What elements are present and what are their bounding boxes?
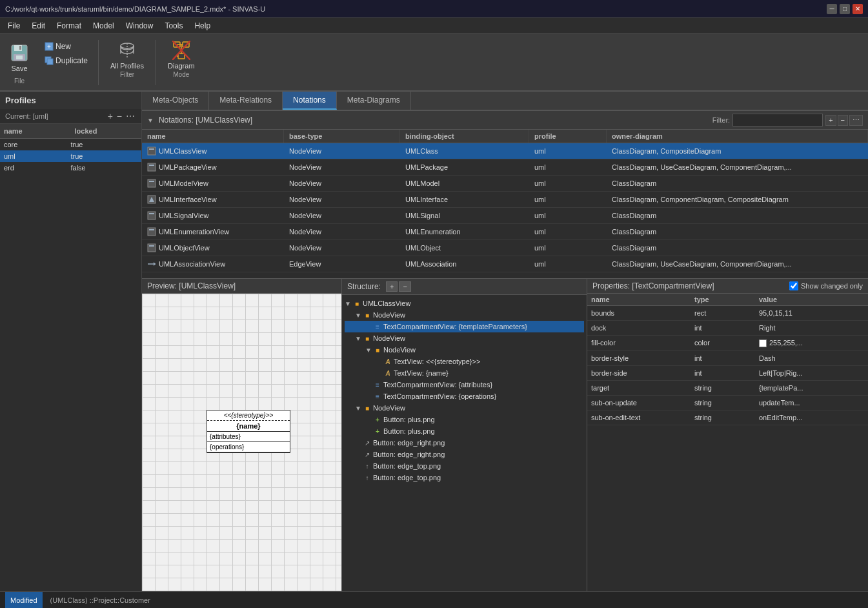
all-profiles-icon xyxy=(117,40,137,61)
all-profiles-label: All Profiles xyxy=(110,62,144,70)
diagram-mode-button[interactable]: Diagram Mode xyxy=(164,37,199,81)
menu-window[interactable]: Window xyxy=(121,20,159,32)
structure-add-button[interactable]: + xyxy=(386,281,398,292)
tab-meta-relations[interactable]: Meta-Relations xyxy=(209,92,283,110)
notation-profile-1: uml xyxy=(529,162,607,172)
menu-tools[interactable]: Tools xyxy=(159,20,188,32)
tree-item-button-plus-1[interactable]: + Button: plus.png xyxy=(345,414,584,425)
tree-item-umlclassview[interactable]: ▼ ■ UMLClassView xyxy=(345,298,584,309)
filter-add-button[interactable]: + xyxy=(825,115,836,126)
structure-remove-button[interactable]: − xyxy=(399,281,410,292)
structure-label: Structure: xyxy=(347,282,381,291)
edge-icon-top-1: ↑ xyxy=(363,461,372,471)
tab-notations[interactable]: Notations xyxy=(283,92,337,110)
sidebar-add-button[interactable]: + xyxy=(106,111,114,121)
sidebar-row-uml[interactable]: uml true xyxy=(0,150,141,162)
tree-item-button-edge-right-2[interactable]: ↗ Button: edge_right.png xyxy=(345,449,584,460)
uml-attributes: {attributes} xyxy=(207,432,290,442)
menu-help[interactable]: Help xyxy=(189,20,216,32)
notation-row-umlpackageview[interactable]: UMLPackageView NodeView UMLPackage uml C… xyxy=(142,159,868,176)
sidebar-row-core[interactable]: core true xyxy=(0,139,141,150)
notation-row-umlclassview[interactable]: UMLClassView NodeView UMLClass uml Class… xyxy=(142,143,868,159)
menu-edit[interactable]: Edit xyxy=(26,20,50,32)
prop-value-target: {templatePa... xyxy=(755,383,868,393)
tree-item-textview-name[interactable]: A TextView: {name} xyxy=(345,367,584,379)
notation-base-2: NodeView xyxy=(284,178,400,188)
tree-item-button-edge-top-2[interactable]: ↑ Button: edge_top.png xyxy=(345,472,584,483)
tree-item-textview-stereotype[interactable]: A TextView: <<{stereotype}>> xyxy=(345,356,584,367)
sidebar-config-button[interactable]: ⋯ xyxy=(125,111,136,121)
statusbar: Modified (UMLClass) ::Project::Customer xyxy=(0,591,868,608)
maximize-button[interactable]: □ xyxy=(840,4,850,14)
prop-row-target[interactable]: target string {templatePa... xyxy=(587,381,868,396)
prop-name-sub-on-update: sub-on-update xyxy=(587,398,691,408)
preview-canvas: <<{stereotype}>> {name} {attributes} {op… xyxy=(142,294,341,591)
notation-row-umlassociationview[interactable]: UMLAssociationView EdgeView UMLAssociati… xyxy=(142,256,868,272)
prop-row-dock[interactable]: dock int Right xyxy=(587,321,868,336)
notations-title: Notations: [UMLClassView] xyxy=(159,116,252,125)
sidebar-remove-button[interactable]: − xyxy=(116,111,123,121)
tree-item-nodeview-4[interactable]: ▼ ■ NodeView xyxy=(345,402,584,414)
notation-row-umlsignalview[interactable]: UMLSignalView NodeView UMLSignal uml Cla… xyxy=(142,208,868,224)
tree-item-textcompartment-attributes[interactable]: ≡ TextCompartmentView: {attributes} xyxy=(345,379,584,390)
notation-profile-3: uml xyxy=(529,194,607,205)
tab-meta-diagrams[interactable]: Meta-Diagrams xyxy=(337,92,411,110)
separator-1 xyxy=(98,40,99,85)
notation-row-umlenumerationview[interactable]: UMLEnumerationView NodeView UMLEnumerati… xyxy=(142,224,868,240)
prop-name-border-style: border-style xyxy=(587,353,691,363)
prop-row-sub-on-edit-text[interactable]: sub-on-edit-text string onEditTemp... xyxy=(587,410,868,425)
menu-file[interactable]: File xyxy=(3,20,25,32)
node-icon-6 xyxy=(147,243,156,252)
tree-item-button-edge-top-1[interactable]: ↑ Button: edge_top.png xyxy=(345,460,584,472)
node-icon-4 xyxy=(147,211,156,220)
prop-name-fill-color: fill-color xyxy=(587,338,691,349)
filter-remove-button[interactable]: − xyxy=(838,115,848,126)
prop-row-bounds[interactable]: bounds rect 95,0,15,11 xyxy=(587,306,868,321)
menu-format[interactable]: Format xyxy=(52,20,86,32)
tree-item-textcompartment-operations[interactable]: ≡ TextCompartmentView: {operations} xyxy=(345,390,584,402)
profile-name-erd: erd xyxy=(4,164,71,172)
duplicate-button[interactable]: Duplicate xyxy=(41,54,90,67)
tree-label-textcompartment-1: TextCompartmentView: {templateParameters… xyxy=(383,323,527,330)
minimize-button[interactable]: ─ xyxy=(827,4,837,14)
notation-base-4: NodeView xyxy=(284,210,400,221)
title-text: C:/work/qt-works/trunk/staruml/bin/demo/… xyxy=(5,5,265,13)
tree-item-textcompartment-1[interactable]: ≡ TextCompartmentView: {templateParamete… xyxy=(345,321,584,332)
tree-item-nodeview-1[interactable]: ▼ ■ NodeView xyxy=(345,309,584,321)
prop-row-border-style[interactable]: border-style int Dash xyxy=(587,351,868,366)
menu-model[interactable]: Model xyxy=(88,20,119,32)
notation-name-2: UMLModelView xyxy=(142,177,284,189)
notation-profile-2: uml xyxy=(529,178,607,188)
notation-binding-0: UMLClass xyxy=(400,146,529,156)
node-icon-2 xyxy=(147,179,156,188)
show-changed-checkbox[interactable] xyxy=(789,281,798,290)
window-controls: ─ □ ✕ xyxy=(827,4,863,14)
tree-item-nodeview-2[interactable]: ▼ ■ NodeView xyxy=(345,332,584,344)
notation-row-umlinterfaceview[interactable]: UMLInterfaceView NodeView UMLInterface u… xyxy=(142,192,868,208)
notation-owner-1: ClassDiagram, UseCaseDiagram, ComponentD… xyxy=(607,162,868,172)
sidebar-row-erd[interactable]: erd false xyxy=(0,162,141,174)
titlebar: C:/work/qt-works/trunk/staruml/bin/demo/… xyxy=(0,0,868,18)
filter-input[interactable] xyxy=(732,114,823,127)
prop-row-border-side[interactable]: border-side int Left|Top|Rig... xyxy=(587,366,868,381)
uml-operations: {operations} xyxy=(207,442,290,452)
tree-item-button-edge-right-1[interactable]: ↗ Button: edge_right.png xyxy=(345,437,584,449)
col-header-prop-value: value xyxy=(755,294,868,305)
save-button[interactable]: Save xyxy=(5,40,34,75)
prop-row-fill-color[interactable]: fill-color color 255,255,... xyxy=(587,336,868,351)
props-col-headers: name type value xyxy=(587,294,868,306)
all-profiles-button[interactable]: All Profiles Filter xyxy=(106,37,148,81)
prop-type-fill-color: color xyxy=(691,338,755,349)
tree-item-button-plus-2[interactable]: + Button: plus.png xyxy=(345,425,584,437)
collapse-arrow[interactable]: ▼ xyxy=(147,117,154,124)
new-button[interactable]: + New xyxy=(41,40,90,53)
filter-config-button[interactable]: ⋯ xyxy=(849,115,863,126)
close-button[interactable]: ✕ xyxy=(853,4,863,14)
notation-row-umlmodelview[interactable]: UMLModelView NodeView UMLModel uml Class… xyxy=(142,176,868,192)
tree-item-nodeview-3[interactable]: ▼ ■ NodeView xyxy=(345,344,584,356)
tab-meta-objects[interactable]: Meta-Objects xyxy=(142,92,209,110)
prop-row-sub-on-update[interactable]: sub-on-update string updateTem... xyxy=(587,396,868,410)
tree-label-textview-stereotype: TextView: <<{stereotype}>> xyxy=(394,358,480,365)
prop-type-target: string xyxy=(691,383,755,393)
notation-row-umlobjectview[interactable]: UMLObjectView NodeView UMLObject uml Cla… xyxy=(142,240,868,256)
